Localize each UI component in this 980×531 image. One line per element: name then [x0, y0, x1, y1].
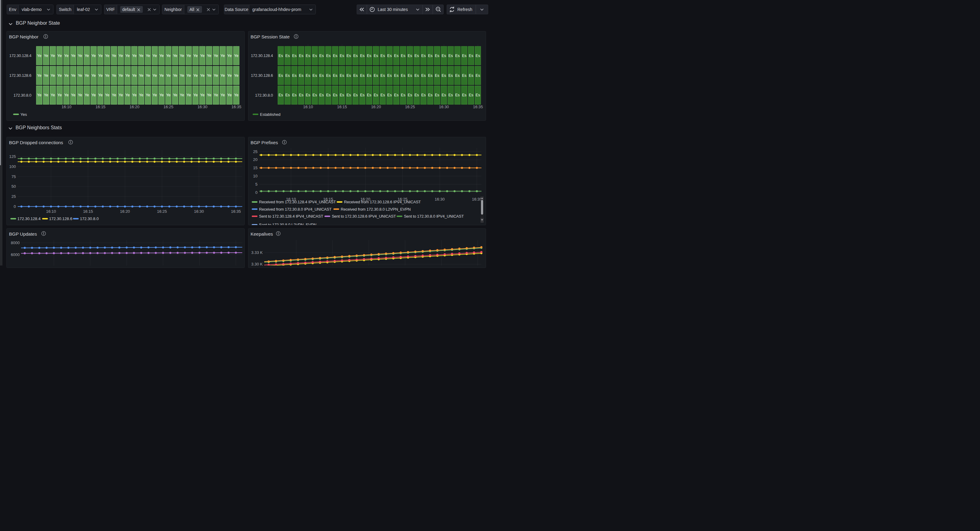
svg-text:Ye: Ye [207, 93, 211, 97]
svg-text:25: 25 [253, 149, 258, 154]
svg-text:Es: Es [340, 54, 344, 58]
svg-text:Ye: Ye [84, 93, 89, 97]
svg-text:Ye: Ye [105, 73, 109, 78]
svg-text:Established: Established [260, 112, 280, 117]
svg-text:Es: Es [278, 93, 283, 97]
svg-text:16:30: 16:30 [435, 197, 445, 201]
svg-text:Ye: Ye [92, 54, 96, 58]
svg-text:16:20: 16:20 [129, 105, 140, 109]
svg-text:Ye: Ye [180, 73, 184, 78]
svg-text:Ye: Ye [98, 93, 102, 97]
svg-text:Es: Es [285, 73, 290, 78]
svg-text:Ye: Ye [78, 54, 82, 58]
svg-text:Es: Es [422, 93, 426, 97]
svg-text:Ye: Ye [173, 93, 177, 97]
svg-text:Es: Es [320, 93, 324, 97]
svg-text:Ye: Ye [64, 73, 68, 78]
svg-text:Es: Es [320, 73, 324, 78]
svg-text:Ye: Ye [186, 54, 191, 58]
svg-text:Es: Es [462, 73, 466, 78]
svg-text:Es: Es [333, 73, 337, 78]
svg-text:Ye: Ye [159, 73, 164, 78]
svg-text:Sent to 172.30.8.0 IPV4_UNICAS: Sent to 172.30.8.0 IPV4_UNICAST [404, 214, 464, 219]
svg-text:Es: Es [441, 93, 446, 97]
svg-text:Ye: Ye [214, 73, 218, 78]
svg-text:Es: Es [380, 73, 385, 78]
svg-text:Ye: Ye [193, 73, 198, 78]
svg-text:Ye: Ye [112, 93, 116, 97]
svg-text:Received from 172.30.8.0 IPV4_: Received from 172.30.8.0 IPV4_UNICAST [259, 207, 332, 212]
svg-text:16:15: 16:15 [337, 105, 347, 109]
svg-text:Es: Es [462, 93, 466, 97]
svg-text:Es: Es [278, 73, 283, 78]
svg-text:Ye: Ye [193, 93, 198, 97]
svg-text:Ye: Ye [139, 73, 143, 78]
svg-text:Ye: Ye [227, 54, 232, 58]
svg-text:Es: Es [435, 54, 439, 58]
svg-text:Es: Es [401, 54, 406, 58]
svg-text:Es: Es [333, 54, 337, 58]
svg-text:Es: Es [401, 73, 406, 78]
svg-text:Es: Es [292, 73, 297, 78]
svg-text:Es: Es [312, 73, 317, 78]
svg-text:Es: Es [353, 54, 358, 58]
svg-text:Es: Es [476, 73, 480, 78]
svg-text:Ye: Ye [146, 73, 150, 78]
svg-text:Es: Es [407, 93, 412, 97]
svg-text:Received from 172.30.128.6 IPV: Received from 172.30.128.6 IPV4_UNICAST [344, 200, 421, 204]
svg-text:16:30: 16:30 [197, 105, 207, 109]
svg-text:Ye: Ye [71, 93, 75, 97]
svg-text:Es: Es [380, 93, 385, 97]
svg-text:16:35: 16:35 [472, 197, 482, 201]
svg-text:Ye: Ye [57, 73, 62, 78]
svg-text:Ye: Ye [139, 54, 143, 58]
svg-text:16:25: 16:25 [164, 105, 173, 109]
svg-text:16:20: 16:20 [120, 209, 130, 214]
svg-text:50: 50 [11, 184, 16, 189]
svg-text:5: 5 [255, 182, 258, 187]
svg-text:16:10: 16:10 [46, 209, 56, 214]
svg-text:Ye: Ye [234, 73, 238, 78]
svg-text:3.30 K: 3.30 K [251, 262, 263, 265]
svg-text:Es: Es [380, 54, 385, 58]
svg-text:Es: Es [360, 73, 364, 78]
svg-text:16:25: 16:25 [405, 105, 415, 109]
svg-text:Es: Es [292, 93, 297, 97]
svg-text:Es: Es [285, 93, 290, 97]
svg-text:Ye: Ye [119, 73, 123, 78]
svg-text:75: 75 [11, 174, 16, 179]
svg-text:Es: Es [455, 73, 460, 78]
svg-text:Es: Es [333, 93, 337, 97]
svg-text:100: 100 [9, 164, 16, 169]
svg-text:Es: Es [306, 73, 310, 78]
svg-text:Ye: Ye [44, 54, 48, 58]
svg-text:Es: Es [422, 54, 426, 58]
svg-text:Es: Es [353, 93, 358, 97]
svg-text:Es: Es [414, 54, 419, 58]
svg-text:Ye: Ye [37, 93, 41, 97]
svg-text:Es: Es [469, 54, 474, 58]
svg-text:Es: Es [387, 73, 392, 78]
svg-text:Es: Es [360, 54, 364, 58]
svg-text:Ye: Ye [221, 93, 225, 97]
svg-text:Ye: Ye [186, 93, 191, 97]
svg-text:Ye: Ye [132, 54, 136, 58]
svg-text:8000: 8000 [11, 241, 20, 245]
svg-text:Es: Es [326, 73, 331, 78]
svg-text:Es: Es [441, 54, 446, 58]
svg-text:Es: Es [299, 54, 304, 58]
svg-text:Es: Es [312, 54, 317, 58]
svg-text:Ye: Ye [84, 54, 89, 58]
svg-text:Es: Es [312, 93, 317, 97]
svg-text:3.33 K: 3.33 K [251, 250, 263, 255]
svg-text:Ye: Ye [57, 93, 62, 97]
svg-text:172.30.8.0: 172.30.8.0 [255, 93, 273, 98]
svg-text:Ye: Ye [180, 54, 184, 58]
svg-text:172.30.8.0: 172.30.8.0 [13, 93, 32, 98]
svg-text:Ye: Ye [37, 54, 41, 58]
svg-text:Es: Es [387, 54, 392, 58]
svg-text:Es: Es [428, 54, 433, 58]
svg-text:Ye: Ye [64, 54, 68, 58]
svg-text:Es: Es [394, 73, 399, 78]
svg-text:Es: Es [441, 73, 446, 78]
